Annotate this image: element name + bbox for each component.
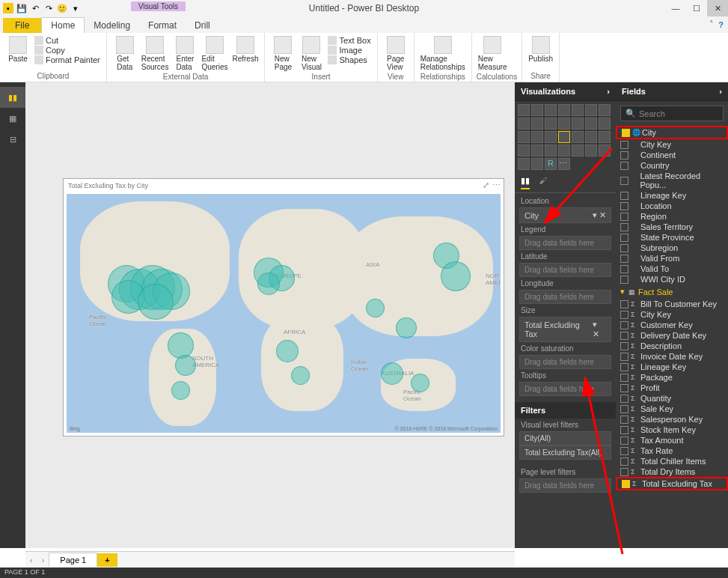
filter-total-excl-tax[interactable]: Total Excluding Tax(All) [519,445,611,460]
checkbox-icon[interactable] [620,265,628,273]
field-customer-key[interactable]: ΣCustomer Key [616,320,728,330]
checkbox-icon[interactable] [620,447,628,455]
recent-sources-button[interactable]: Recent Sources [140,34,171,73]
field-invoice-date-key[interactable]: ΣInvoice Date Key [616,351,728,362]
checkbox-icon[interactable] [620,213,628,221]
field-total-excluding-tax[interactable]: ΣTotal Excluding Tax [616,477,728,490]
checkbox-icon[interactable] [620,374,628,382]
new-visual-button[interactable]: New Visual [298,34,325,73]
publish-button[interactable]: Publish [527,34,554,64]
model-view-button[interactable]: ⊟ [0,129,25,150]
color-saturation-well[interactable]: Drag data fields here [519,355,611,369]
copy-button[interactable]: Copy [34,46,100,55]
checkbox-icon[interactable] [620,468,628,476]
field-city-key[interactable]: City Key [616,139,728,150]
checkbox-icon[interactable] [620,223,628,231]
shapes-button[interactable]: Shapes [328,55,370,64]
field-profit[interactable]: ΣProfit [616,383,728,393]
checkbox-icon[interactable] [620,141,628,149]
field-tax-amount[interactable]: ΣTax Amount [616,435,728,445]
data-view-button[interactable]: ▦ [0,108,25,129]
enter-data-button[interactable]: Enter Data [171,34,198,73]
cut-button[interactable]: Cut [34,36,100,45]
field-package[interactable]: ΣPackage [616,372,728,383]
field-continent[interactable]: Continent [616,150,728,160]
checkbox-icon[interactable] [620,151,628,159]
checkbox-icon[interactable] [620,436,628,445]
legend-well[interactable]: Drag data fields here [519,236,611,250]
edit-queries-button[interactable]: Edit Queries [200,34,229,73]
checkbox-icon[interactable] [620,244,628,252]
field-latest-recorded-popu-[interactable]: Latest Recorded Popu... [616,171,728,190]
paste-button[interactable]: Paste [4,34,31,66]
field-lineage-key[interactable]: ΣLineage Key [616,362,728,372]
field-salesperson-key[interactable]: ΣSalesperson Key [616,414,728,425]
ribbon-collapse-icon[interactable]: ˄ [709,19,714,29]
field-city-key[interactable]: ΣCity Key [616,309,728,320]
new-measure-button[interactable]: New Measure [477,34,509,73]
checkbox-icon[interactable] [620,177,628,185]
chevron-right-icon[interactable]: › [607,87,610,96]
location-well[interactable]: City▾ ✕ [519,207,611,223]
dropdown-icon[interactable]: ▾ [70,3,81,13]
checkbox-icon[interactable] [620,416,628,424]
map-visual-type[interactable] [558,131,570,143]
page-filter-well[interactable]: Drag data fields here [519,478,611,493]
smiley-icon[interactable]: 🙂 [57,3,67,13]
field-valid-to[interactable]: Valid To [616,264,728,274]
chevron-right-icon[interactable]: › [719,87,722,96]
checkbox-icon[interactable] [620,363,628,371]
field-total-chiller-items[interactable]: ΣTotal Chiller Items [616,456,728,466]
close-button[interactable]: ✕ [707,0,728,16]
add-page-button[interactable]: + [97,553,117,567]
field-city[interactable]: 🌐City [616,126,728,139]
page-tab-1[interactable]: Page 1 [49,553,97,567]
checkbox-icon[interactable] [622,129,630,137]
get-data-button[interactable]: Get Data [111,34,138,73]
fields-tab-icon[interactable]: ▮▮ [521,176,530,189]
filters-header[interactable]: Filters [515,402,616,419]
field-tax-rate[interactable]: ΣTax Rate [616,445,728,456]
checkbox-icon[interactable] [620,234,628,242]
checkbox-icon[interactable] [620,457,628,466]
field-country[interactable]: Country [616,160,728,171]
report-canvas[interactable]: Total Excluding Tax by City ⤢ ⋯ NORTH AM… [25,82,515,548]
field-quantity[interactable]: ΣQuantity [616,393,728,404]
bing-map[interactable]: NORTH AMERICA SOUTH AMERICA AFRICA EUROP… [67,194,501,433]
checkbox-icon[interactable] [620,332,628,340]
checkbox-icon[interactable] [620,300,628,308]
checkbox-icon[interactable] [620,202,628,210]
maximize-button[interactable]: ☐ [686,0,707,16]
table-fact-sale[interactable]: ▾▦Fact Sale [616,285,728,299]
checkbox-icon[interactable] [622,480,630,488]
longitude-well[interactable]: Drag data fields here [519,290,611,304]
field-wwi-city-id[interactable]: WWI City ID [616,274,728,285]
field-stock-item-key[interactable]: ΣStock Item Key [616,425,728,435]
checkbox-icon[interactable] [620,255,628,263]
field-lineage-key[interactable]: Lineage Key [616,190,728,201]
page-prev-button[interactable]: ‹ [25,556,37,565]
minimize-button[interactable]: — [665,0,686,16]
more-options-icon[interactable]: ⋯ [492,180,501,190]
fields-header[interactable]: Fields› [616,82,728,101]
tooltips-well[interactable]: Drag data fields here [519,382,611,396]
checkbox-icon[interactable] [620,353,628,361]
field-subregion[interactable]: Subregion [616,243,728,253]
latitude-well[interactable]: Drag data fields here [519,263,611,277]
checkbox-icon[interactable] [620,395,628,403]
visualizations-header[interactable]: Visualizations› [515,82,616,101]
page-next-button[interactable]: › [37,556,49,565]
report-view-button[interactable]: ▮▮ [0,87,25,108]
format-painter-button[interactable]: Format Painter [34,55,100,64]
checkbox-icon[interactable] [620,384,628,392]
map-visual[interactable]: Total Excluding Tax by City ⤢ ⋯ NORTH AM… [63,178,504,436]
image-button[interactable]: Image [328,46,370,55]
tab-home[interactable]: Home [41,17,85,33]
size-well[interactable]: Total Excluding Tax▾ ✕ [519,317,611,342]
checkbox-icon[interactable] [620,405,628,413]
manage-relationships-button[interactable]: Manage Relationships [419,34,467,73]
help-icon[interactable]: ? [718,20,724,29]
field-region[interactable]: Region [616,211,728,222]
checkbox-icon[interactable] [620,311,628,319]
filter-city[interactable]: City(All) [519,431,611,445]
